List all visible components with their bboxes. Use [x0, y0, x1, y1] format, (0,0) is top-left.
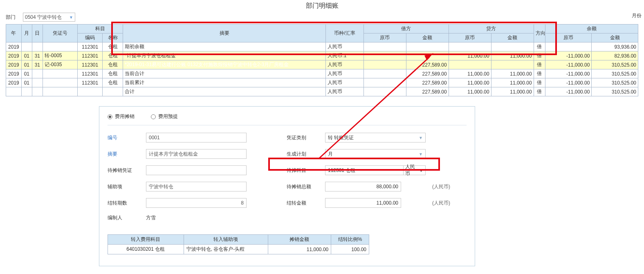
input-summary[interactable]: 计提本月宁波仓租租金: [146, 149, 247, 159]
table-row[interactable]: 2019112301仓租期初余额人民币借93,936.00: [6, 42, 638, 51]
th-day[interactable]: 日: [32, 25, 43, 42]
th-sub-assist[interactable]: 转入辅助项: [184, 235, 268, 245]
th-credit-orig[interactable]: 原币: [449, 33, 491, 42]
th-voucher[interactable]: 凭证号: [43, 25, 77, 42]
cell: -11,000.00: [545, 69, 591, 78]
cell: 82,936.00: [592, 51, 638, 60]
th-balance[interactable]: 余额: [545, 25, 638, 33]
th-sub-ratio[interactable]: 结转比例%: [331, 235, 369, 245]
cell: [32, 87, 43, 96]
cell: [43, 69, 77, 78]
th-sub-amt[interactable]: 摊销金额: [268, 235, 331, 245]
cell: 11,000.00: [449, 78, 491, 87]
cell: 仓租: [103, 69, 123, 78]
th-summary[interactable]: 摘要: [123, 25, 326, 42]
cell: 借: [534, 51, 545, 60]
cell: 人民币: [326, 42, 364, 51]
cell: 112301: [77, 60, 102, 69]
cell: [32, 78, 43, 87]
table-row[interactable]: 201901112301仓租当前累计人民币227,589.0011,000.00…: [6, 78, 638, 87]
select-plan[interactable]: 月 ▼: [325, 149, 426, 159]
cell: 2019: [6, 51, 22, 60]
input-total[interactable]: 88,000.00: [325, 182, 401, 192]
cell: *2019-01-31易可达建行公账 0132支付施敦煌报销宁波中转仓2-3月厂…: [123, 60, 326, 69]
th-currency[interactable]: 币种/汇率: [326, 25, 364, 42]
mode-radio-group: 费用摊销 费用预提: [108, 111, 467, 125]
select-vtype[interactable]: 转 转账凭证 ▼: [325, 133, 426, 143]
cell: 2019: [6, 60, 22, 69]
th-subject[interactable]: 科目: [77, 25, 123, 33]
cell: -11,000.00: [545, 60, 591, 69]
lbl-summary[interactable]: 摘要: [108, 151, 139, 158]
radio-amortize-label: 费用摊销: [115, 113, 135, 120]
cell: 借: [534, 87, 545, 96]
cell: 合计: [123, 87, 326, 96]
th-subject-name[interactable]: 名称: [103, 33, 123, 42]
cell: 人民币: [326, 78, 364, 87]
month-label: 月份: [632, 12, 642, 19]
cell: [449, 60, 491, 69]
th-subject-code[interactable]: 编码: [77, 33, 102, 42]
cell: *计提本月宁波仓租租金: [123, 51, 326, 60]
th-bal-orig[interactable]: 原币: [545, 33, 591, 42]
cell: 仓租: [103, 42, 123, 51]
table-row[interactable]: 201901112301仓租当前合计人民币227,589.0011,000.00…: [6, 69, 638, 78]
th-bal-amt[interactable]: 金额: [592, 33, 638, 42]
th-debit[interactable]: 借方: [364, 25, 449, 33]
radio-accrue[interactable]: 费用预提: [151, 113, 178, 120]
table-row[interactable]: 6401030201 仓租 宁波中转仓, 谷仓客户-头程 11,000.00 1…: [108, 245, 369, 254]
th-debit-orig[interactable]: 原币: [364, 33, 406, 42]
select-vtype-value: 转 转账凭证: [328, 134, 354, 141]
lbl-vtype: 凭证类别: [287, 134, 319, 141]
cell: -11,000.00: [545, 78, 591, 87]
lbl-pending-subj: 待摊科目: [287, 167, 319, 174]
cell: 人民币: [326, 60, 364, 69]
cell: 227,589.00: [406, 69, 449, 78]
cell-sub-ratio: 100.00: [331, 245, 369, 254]
unit-amount: (人民币): [432, 200, 457, 207]
th-sub-subj[interactable]: 转入费用科目: [108, 235, 184, 245]
cell: 11,000.00: [449, 87, 491, 96]
table-row[interactable]: 20190131转-0005112301仓租*计提本月宁波仓租租金人民币:111…: [6, 51, 638, 60]
th-year[interactable]: 年: [6, 25, 22, 42]
input-pending-voucher[interactable]: [146, 165, 247, 175]
cell: 227,589.00: [406, 60, 449, 69]
select-pending-subj-currency[interactable]: 人民币 ▼: [404, 165, 426, 175]
cell: 借: [534, 60, 545, 69]
table-row[interactable]: 合计人民币227,589.0011,000.0011,000.00借-11,00…: [6, 87, 638, 96]
cell: 01: [21, 69, 32, 78]
cell: [32, 42, 43, 51]
lbl-pending-voucher: 待摊销凭证: [108, 167, 139, 174]
table-row[interactable]: 20190131记-0035112301仓租*2019-01-31易可达建行公账…: [6, 60, 638, 69]
cell: -11,000.00: [545, 87, 591, 96]
cell: 310,525.00: [592, 60, 638, 69]
lbl-no[interactable]: 编号: [108, 134, 139, 141]
th-debit-amt[interactable]: 金额: [406, 33, 449, 42]
cell: 112301: [77, 51, 102, 60]
cell: 仓租: [103, 60, 123, 69]
radio-amortize[interactable]: 费用摊销: [108, 113, 135, 120]
cell: 93,936.00: [592, 42, 638, 51]
input-period[interactable]: 8: [146, 198, 247, 208]
th-dir[interactable]: 方向: [534, 25, 545, 42]
cell: [43, 78, 77, 87]
input-no[interactable]: 0001: [146, 133, 247, 143]
th-credit-amt[interactable]: 金额: [491, 33, 534, 42]
lbl-period: 结转期数: [108, 200, 139, 207]
dept-select[interactable]: 0504 宁波中转仓 ▼: [23, 13, 75, 22]
cell: [364, 87, 406, 96]
value-maker: 方雪: [146, 214, 247, 221]
th-month[interactable]: 月: [21, 25, 32, 42]
cell: 112301: [77, 69, 102, 78]
input-amount[interactable]: 11,000.00: [325, 198, 401, 208]
cell: 01: [21, 51, 32, 60]
input-assist[interactable]: 宁波中转仓: [146, 182, 247, 192]
input-pending-subj[interactable]: 112301 仓租: [325, 165, 404, 175]
lbl-plan: 生成计划: [287, 151, 319, 158]
radio-icon: [108, 114, 112, 119]
th-credit[interactable]: 贷方: [449, 25, 534, 33]
radio-accrue-label: 费用预提: [158, 113, 178, 120]
cell: 期初余额: [123, 42, 326, 51]
dept-select-value: 0504 宁波中转仓: [25, 14, 62, 21]
cell: 人民币: [326, 87, 364, 96]
